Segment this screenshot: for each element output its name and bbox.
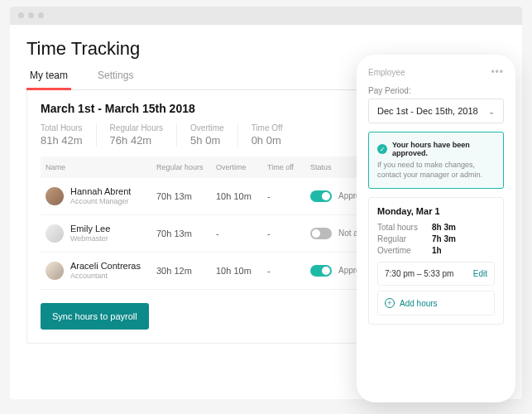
cell-overtime: 10h 10m xyxy=(216,266,267,276)
shift-sep: – xyxy=(417,269,422,278)
ds-value: 1h xyxy=(432,246,442,255)
check-icon: ✓ xyxy=(377,144,387,154)
ds-value: 8h 3m xyxy=(432,223,456,232)
employee-name: Emily Lee xyxy=(70,224,110,234)
mobile-frame: Employee ••• Pay Period: Dec 1st - Dec 1… xyxy=(357,55,515,402)
pay-period-select[interactable]: Dec 1st - Dec 15th, 2018 ⌄ xyxy=(368,99,504,123)
cell-regular: 70h 13m xyxy=(156,191,216,201)
employee-role: Accountant xyxy=(70,272,141,281)
stat-label: Overtime xyxy=(190,123,224,132)
cell-timeoff: - xyxy=(267,229,310,238)
avatar xyxy=(46,262,64,280)
approval-toggle[interactable] xyxy=(310,190,332,202)
edit-shift-link[interactable]: Edit xyxy=(473,269,487,278)
col-regular: Regular hours xyxy=(156,163,216,171)
approval-toggle[interactable] xyxy=(310,265,332,277)
sync-payroll-button[interactable]: Sync hours to payroll xyxy=(41,303,149,330)
col-timeoff: Time off xyxy=(267,163,310,171)
window-dot xyxy=(28,12,34,18)
approved-title: Your hours have been approved. xyxy=(392,141,495,157)
avatar xyxy=(46,187,64,205)
cell-overtime: - xyxy=(216,229,267,238)
add-hours-label: Add hours xyxy=(400,299,438,308)
ds-label: Overtime xyxy=(377,246,432,255)
ds-value: 7h 3m xyxy=(432,234,456,243)
cell-regular: 30h 12m xyxy=(156,266,216,276)
tab-settings[interactable]: Settings xyxy=(94,70,137,89)
cell-timeoff: - xyxy=(267,191,310,201)
shift-start: 7:30 pm xyxy=(385,269,415,278)
more-icon[interactable]: ••• xyxy=(491,66,504,78)
day-stats: Total hours8h 3m Regular7h 3m Overtime1h xyxy=(377,223,495,255)
stat-overtime: Overtime 5h 0m xyxy=(190,123,238,147)
day-title: Monday, Mar 1 xyxy=(377,206,495,216)
shift-times: 7:30 pm – 5:33 pm xyxy=(385,269,453,278)
plus-icon: + xyxy=(385,298,395,308)
col-name: Name xyxy=(46,163,156,171)
chevron-down-icon: ⌄ xyxy=(488,107,495,116)
cell-regular: 70h 13m xyxy=(156,229,216,238)
ds-label: Regular xyxy=(377,234,432,243)
stat-label: Time Off xyxy=(252,123,283,132)
window-dot xyxy=(38,12,44,18)
day-card: Monday, Mar 1 Total hours8h 3m Regular7h… xyxy=(368,197,504,325)
employee-name: Hannah Abrent xyxy=(70,186,131,197)
stat-total: Total Hours 81h 42m xyxy=(41,123,97,147)
window-dot xyxy=(18,12,24,18)
ds-label: Total hours xyxy=(377,223,432,232)
pay-period-value: Dec 1st - Dec 15th, 2018 xyxy=(377,106,478,116)
employee-role: Account Manager xyxy=(70,197,131,206)
stat-value: 0h 0m xyxy=(252,134,283,147)
stat-value: 5h 0m xyxy=(190,134,224,147)
approved-subtext: If you need to make changes, contact you… xyxy=(377,161,495,180)
pay-period-label: Pay Period: xyxy=(368,86,504,95)
employee-role: Webmaster xyxy=(70,234,110,243)
add-hours-button[interactable]: + Add hours xyxy=(377,291,495,315)
col-overtime: Overtime xyxy=(216,163,267,171)
mobile-header-title: Employee xyxy=(368,68,405,77)
stat-label: Total Hours xyxy=(41,123,83,132)
mobile-header: Employee ••• xyxy=(368,66,504,78)
stat-label: Regular Hours xyxy=(110,123,163,132)
stat-value: 76h 42m xyxy=(110,134,163,147)
approval-toggle[interactable] xyxy=(310,228,332,239)
tab-my-team[interactable]: My team xyxy=(26,70,71,90)
avatar xyxy=(46,224,64,243)
cell-timeoff: - xyxy=(267,266,310,276)
shift-end: 5:33 pm xyxy=(424,269,453,278)
stat-timeoff: Time Off 0h 0m xyxy=(252,123,296,147)
approved-banner: ✓ Your hours have been approved. If you … xyxy=(368,132,504,189)
browser-chrome xyxy=(10,7,522,25)
shift-row: 7:30 pm – 5:33 pm Edit xyxy=(377,262,495,286)
stat-regular: Regular Hours 76h 42m xyxy=(110,123,177,147)
stat-value: 81h 42m xyxy=(41,134,83,147)
cell-overtime: 10h 10m xyxy=(216,191,267,201)
employee-name: Araceli Contreras xyxy=(70,261,141,272)
